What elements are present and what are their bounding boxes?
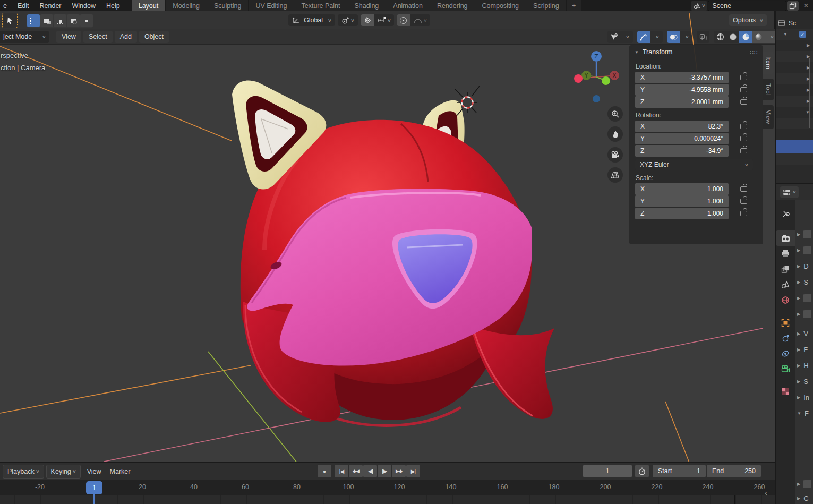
panel-section-row[interactable]: ▶V <box>797 328 808 339</box>
tab-tool-properties[interactable] <box>776 207 795 222</box>
panel-section-row[interactable]: ▶D <box>797 261 809 271</box>
select-mode-intersect-button[interactable] <box>80 14 93 27</box>
panel-section-row[interactable]: ▶In <box>797 392 809 403</box>
keying-menu[interactable]: Keying∨ <box>46 465 81 479</box>
record-button[interactable]: ● <box>318 465 331 477</box>
timeline-tracks[interactable] <box>0 495 775 504</box>
scene-name-field[interactable]: Scene <box>708 1 786 11</box>
timeline-ruler[interactable]: -20 20 40 60 80 100 120 140 160 180 200 … <box>0 480 775 495</box>
next-keyframe-button[interactable]: ▶◆ <box>392 465 406 477</box>
lock-location-x[interactable] <box>740 75 747 80</box>
select-mode-invert-button[interactable] <box>67 14 80 27</box>
collapse-arrow[interactable]: ‹ <box>765 488 767 497</box>
toggle-xray-button[interactable] <box>697 31 709 43</box>
location-y-field[interactable]: Y-4.9558 mm <box>635 84 729 96</box>
end-frame-field[interactable]: End250 <box>707 465 761 477</box>
tab-object-properties[interactable] <box>776 315 795 330</box>
playback-menu[interactable]: Playback∨ <box>3 465 44 479</box>
collection-row[interactable]: ▼ ✓ <box>776 29 813 40</box>
panel-section-row[interactable]: ▶ <box>797 245 811 255</box>
menu-render[interactable]: Render <box>35 0 67 11</box>
scale-x-field[interactable]: X1.000 <box>635 183 729 195</box>
tab-render-properties[interactable] <box>776 230 795 246</box>
shading-wireframe-button[interactable] <box>714 31 726 43</box>
lock-location-y[interactable] <box>740 87 747 92</box>
play-button[interactable]: ▶ <box>378 465 391 477</box>
scale-z-field[interactable]: Z1.000 <box>635 208 729 219</box>
active-tool-button[interactable] <box>2 13 18 28</box>
tab-object-data-properties[interactable] <box>776 361 795 377</box>
jump-to-start-button[interactable]: |◀ <box>335 465 348 477</box>
menu-help[interactable]: Help <box>101 0 125 11</box>
rotation-y-field[interactable]: Y0.000024° <box>635 133 729 144</box>
outliner-item-row[interactable] <box>776 153 813 165</box>
location-x-field[interactable]: X-3.3757 mm <box>635 72 729 83</box>
tab-output-properties[interactable] <box>776 246 795 261</box>
gizmo-z-neg[interactable] <box>593 95 600 102</box>
transform-orientation-dropdown[interactable]: Global ∨ <box>288 14 335 26</box>
navigation-gizmo[interactable]: Z Y X <box>574 51 619 102</box>
select-mode-set-button[interactable] <box>27 14 40 27</box>
lock-rotation-z[interactable] <box>740 148 747 153</box>
object-types-dropdown[interactable]: ∨ <box>620 31 633 43</box>
pivot-point-dropdown[interactable]: ∨ <box>338 14 358 26</box>
overlays-dropdown[interactable]: ∨ <box>680 31 692 43</box>
snap-target-dropdown[interactable]: ∨ <box>374 14 394 26</box>
gizmo-y-neg[interactable] <box>602 76 610 85</box>
panel-section-row[interactable]: ▶ <box>797 229 811 240</box>
menu-object[interactable]: Object <box>139 31 169 43</box>
outliner-item-row[interactable]: ▼ <box>776 107 813 118</box>
helmet-object[interactable] <box>232 80 554 425</box>
current-frame-field[interactable]: 1 <box>583 465 632 477</box>
rotation-x-field[interactable]: X82.3° <box>635 121 729 132</box>
properties-editor-type-dropdown[interactable]: ∨ <box>780 186 799 198</box>
tab-view[interactable]: View <box>763 105 774 129</box>
play-reverse-button[interactable]: ◀ <box>363 465 377 477</box>
menu-file-truncated[interactable]: e <box>0 0 12 11</box>
scene-collection-row[interactable]: Sc <box>776 18 813 29</box>
select-mode-subtract-button[interactable] <box>54 14 66 27</box>
lock-rotation-y[interactable] <box>740 136 747 141</box>
panel-section-row[interactable]: ▶C <box>797 493 809 503</box>
tab-animation[interactable]: Animation <box>386 0 430 11</box>
gizmo-dropdown[interactable]: ∨ <box>650 31 663 43</box>
unlink-scene-button[interactable]: ✕ <box>799 0 813 11</box>
select-mode-extend-button[interactable] <box>40 14 53 27</box>
lock-location-z[interactable] <box>740 99 747 105</box>
location-z-field[interactable]: Z2.0001 mm <box>635 96 729 108</box>
tab-view-layer-properties[interactable] <box>776 261 795 277</box>
shading-material-button[interactable] <box>739 31 752 43</box>
lock-rotation-x[interactable] <box>740 124 747 129</box>
panel-section-row[interactable]: ▶ <box>797 309 811 319</box>
panel-section-row[interactable]: ▶ <box>797 479 811 489</box>
proportional-falloff-dropdown[interactable]: ∨ <box>410 14 430 26</box>
start-frame-field[interactable]: Start1 <box>653 465 706 477</box>
panel-section-row-expanded[interactable]: ▼F <box>797 408 809 418</box>
panel-grip-icon[interactable]: ∷∷ <box>750 49 758 55</box>
outliner-item-row[interactable] <box>776 129 813 140</box>
collection-checkbox[interactable]: ✓ <box>799 31 806 38</box>
outliner-selected-row[interactable] <box>776 140 813 153</box>
collapse-triangle-icon[interactable]: ▼ <box>635 50 639 55</box>
show-overlays-button[interactable] <box>667 31 680 43</box>
scale-y-field[interactable]: Y1.000 <box>635 195 729 207</box>
add-workspace-button[interactable]: + <box>567 0 581 11</box>
tab-tool[interactable]: Tool <box>763 79 774 100</box>
tab-sculpting[interactable]: Sculpting <box>207 0 248 11</box>
menu-add[interactable]: Add <box>115 31 137 43</box>
outliner-item-row[interactable]: ▶ <box>776 73 813 84</box>
mode-dropdown[interactable]: ject Mode ∨ <box>0 31 49 43</box>
snap-toggle-button[interactable] <box>361 14 374 26</box>
shading-solid-button[interactable] <box>726 31 739 43</box>
jump-to-end-button[interactable]: ▶| <box>406 465 420 477</box>
menu-view[interactable]: View <box>56 31 81 43</box>
outliner-item-row[interactable]: ▶ <box>776 40 813 51</box>
proportional-editing-toggle[interactable] <box>397 14 410 26</box>
lock-scale-z[interactable] <box>740 211 747 216</box>
rotation-mode-dropdown[interactable]: XYZ Euler ∨ <box>635 159 753 170</box>
tab-scene-properties[interactable] <box>776 277 795 292</box>
panel-section-row[interactable]: ▶F <box>797 344 808 355</box>
menu-select[interactable]: Select <box>83 31 113 43</box>
panel-section-row[interactable]: ▶S <box>797 376 808 387</box>
toggle-ortho-button[interactable] <box>607 167 623 183</box>
